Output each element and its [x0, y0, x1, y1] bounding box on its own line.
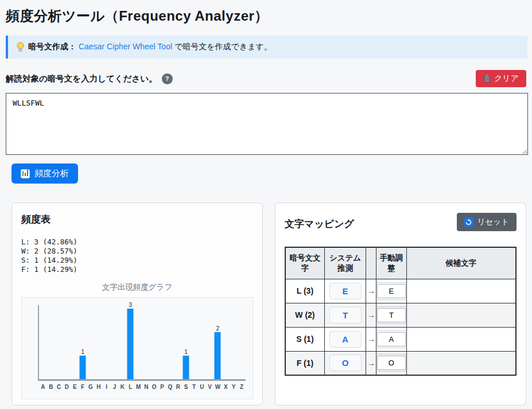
system-guess-button[interactable]: T	[329, 307, 362, 324]
mapping-table-header	[366, 247, 376, 279]
x-axis-label-W: W	[214, 384, 222, 390]
info-suffix: で暗号文を作成できます。	[172, 42, 272, 51]
x-axis-label-A: A	[39, 384, 47, 390]
chart-bar-W	[215, 332, 221, 379]
x-axis-label-U: U	[198, 384, 206, 390]
frequency-bar-chart: 1312 ABCDEFGHIJKLMNOPQRSTUVWXYZ	[21, 297, 253, 399]
caesar-cipher-wheel-tool-link[interactable]: Caesar Cipher Wheel Tool	[79, 42, 172, 51]
cipher-char-cell: L (3)	[285, 279, 324, 303]
analyze-button-label: 頻度分析	[34, 168, 69, 179]
manual-adjust-input[interactable]	[377, 284, 406, 298]
x-axis-label-T: T	[190, 384, 198, 390]
trash-icon	[483, 75, 491, 83]
chart-slot-C	[55, 305, 63, 379]
arrow-icon: →	[366, 303, 376, 327]
mapping-table-header: 暗号文文字	[285, 247, 324, 279]
help-icon[interactable]: ?	[162, 73, 173, 84]
chart-slot-O	[150, 305, 158, 379]
chart-slot-P	[158, 305, 166, 379]
chart-slot-S: 1	[182, 305, 190, 379]
x-axis-label-D: D	[63, 384, 71, 390]
chart-slot-M	[134, 305, 142, 379]
candidates-cell	[406, 351, 516, 375]
candidates-cell	[406, 279, 516, 303]
chart-bar-value: 3	[129, 301, 132, 308]
cipher-char-cell: S (1)	[285, 327, 324, 351]
ciphertext-input-label: 解読対象の暗号文を入力してください。	[6, 73, 157, 84]
chart-slot-F: 1	[79, 305, 87, 379]
mapping-panel-title: 文字マッピング	[285, 217, 354, 231]
info-label: 暗号文作成：	[28, 42, 76, 51]
mapping-table-row: L (3)E→	[285, 279, 516, 303]
chart-slot-W: 2	[214, 305, 222, 379]
x-axis-label-Y: Y	[230, 384, 238, 390]
chart-slot-Z	[238, 305, 246, 379]
x-axis-label-J: J	[111, 384, 119, 390]
frequency-panel-title: 頻度表	[21, 213, 253, 226]
manual-adjust-input[interactable]	[377, 332, 406, 346]
chart-slot-K	[118, 305, 126, 379]
system-guess-button[interactable]: E	[329, 283, 362, 299]
chart-slot-Y	[230, 305, 238, 379]
chart-slot-U	[198, 305, 206, 379]
chart-slot-I	[103, 305, 111, 379]
analyze-button[interactable]: 頻度分析	[11, 163, 78, 184]
chart-slot-N	[142, 305, 150, 379]
chart-bar-value: 2	[216, 325, 220, 332]
chart-x-axis-labels: ABCDEFGHIJKLMNOPQRSTUVWXYZ	[38, 384, 246, 390]
candidates-cell	[406, 303, 516, 327]
ciphertext-textarea[interactable]: WLLSFWL	[6, 93, 528, 155]
info-banner: 暗号文作成： Caesar Cipher Wheel Tool で暗号文を作成で…	[6, 36, 527, 59]
x-axis-label-X: X	[222, 384, 230, 390]
x-axis-label-L: L	[126, 384, 134, 390]
chart-slot-V	[206, 305, 214, 379]
chart-slot-H	[95, 305, 103, 379]
clear-button[interactable]: クリア	[476, 70, 526, 87]
reset-button-label: リセット	[477, 217, 509, 227]
manual-adjust-input[interactable]	[377, 308, 406, 322]
candidates-cell	[406, 327, 516, 351]
reset-button[interactable]: リセット	[457, 213, 517, 231]
mapping-table-header: 候補文字	[406, 247, 516, 279]
x-axis-label-P: P	[158, 384, 166, 390]
x-axis-label-G: G	[87, 384, 95, 390]
lightbulb-icon	[16, 42, 25, 52]
x-axis-label-R: R	[174, 384, 182, 390]
bar-chart-icon	[21, 169, 30, 178]
x-axis-label-I: I	[103, 384, 111, 390]
cipher-char-cell: W (2)	[285, 303, 324, 327]
mapping-table: 暗号文文字システム推測手動調整候補文字 L (3)E→W (2)T→S (1)A…	[285, 247, 517, 376]
cipher-char-cell: F (1)	[285, 351, 324, 375]
x-axis-label-H: H	[95, 384, 103, 390]
chart-slot-E	[71, 305, 79, 379]
frequency-entry: S: 1 (14.29%)	[21, 256, 253, 265]
x-axis-label-O: O	[150, 384, 158, 390]
clear-button-label: クリア	[494, 73, 519, 84]
chart-bar-F	[80, 356, 86, 379]
mapping-table-header: 手動調整	[376, 247, 406, 279]
mapping-table-row: W (2)T→	[285, 303, 516, 327]
system-guess-button[interactable]: A	[329, 331, 362, 348]
chart-slot-J	[111, 305, 119, 379]
manual-adjust-input[interactable]	[377, 356, 406, 370]
x-axis-label-Z: Z	[238, 384, 246, 390]
arrow-icon: →	[366, 279, 376, 303]
mapping-table-row: F (1)O→	[285, 351, 516, 375]
chart-slot-L: 3	[126, 305, 134, 379]
frequency-panel: 頻度表 L: 3 (42.86%)W: 2 (28.57%)S: 1 (14.2…	[11, 202, 263, 406]
chart-slot-T	[190, 305, 198, 379]
chart-bar-L	[127, 309, 134, 379]
x-axis-label-K: K	[118, 384, 126, 390]
system-guess-button[interactable]: O	[329, 355, 362, 371]
x-axis-label-B: B	[47, 384, 55, 390]
x-axis-label-N: N	[142, 384, 150, 390]
chart-slot-B	[47, 305, 55, 379]
x-axis-label-E: E	[71, 384, 79, 390]
chart-bar-S	[183, 356, 189, 379]
chart-bar-value: 1	[81, 348, 84, 355]
x-axis-label-V: V	[206, 384, 214, 390]
reset-icon	[464, 217, 473, 227]
frequency-entry: L: 3 (42.86%)	[21, 237, 253, 247]
chart-bar-value: 1	[184, 348, 188, 355]
chart-slot-A	[39, 305, 47, 379]
